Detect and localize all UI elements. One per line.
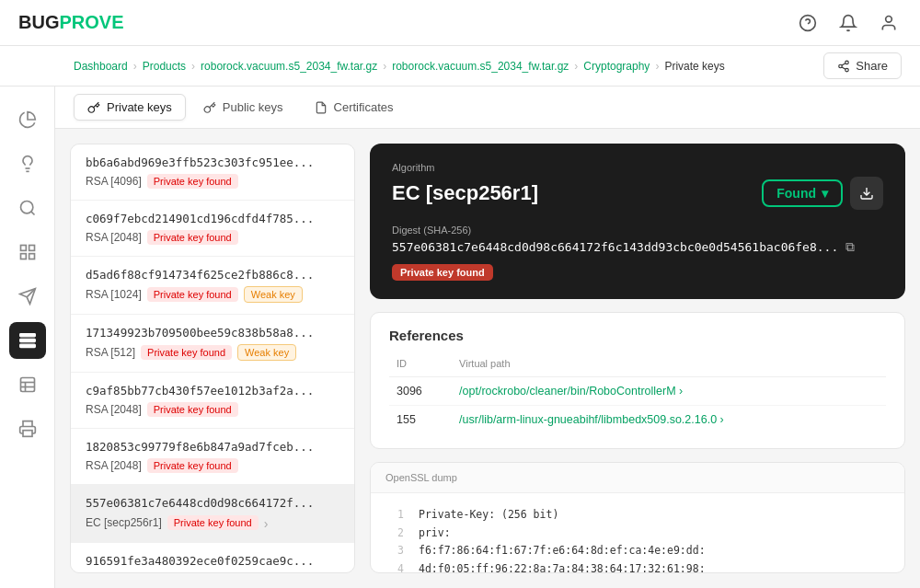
svg-point-10 [20,202,32,213]
tab-public-keys[interactable]: Public keys [190,94,297,121]
list-item[interactable]: c9af85bb77cb430f57ee1012b3af2a... RSA [2… [71,373,354,429]
weak-key-badge: Weak key [237,344,296,361]
algo-actions: Found ▾ [762,177,883,210]
svg-point-5 [845,68,849,72]
line-content: priv: [419,525,451,543]
logo-prove: PROVE [59,12,123,32]
algorithm-title: EC [secp256r1] Found ▾ [392,177,883,210]
svg-rect-13 [29,246,34,251]
header: BUGPROVE [0,0,920,46]
sidebar-item-data[interactable] [9,322,46,359]
svg-rect-21 [20,378,34,392]
svg-rect-20 [19,344,35,347]
breadcrumb-current: Private keys [664,60,724,73]
key-meta: RSA [2048] Private key found [86,402,339,417]
key-type: RSA [512] [86,346,135,359]
list-item[interactable]: c069f7ebcd214901cd196cdfd4f785... RSA [2… [71,201,354,257]
sidebar-item-print[interactable] [9,410,46,447]
bell-icon[interactable] [835,10,861,36]
private-key-found-badge: Private key found [147,230,238,245]
tab-certificates[interactable]: Certificates [301,94,408,121]
svg-line-6 [842,66,845,68]
private-key-found-badge: Private key found [147,458,238,473]
sidebar-item-lightbulb[interactable] [9,145,46,182]
algorithm-card: Algorithm EC [secp256r1] Found ▾ [370,144,905,299]
sidebar-item-chart[interactable] [9,101,46,138]
breadcrumb-bar: Dashboard › Products › roborock.vacuum.s… [0,46,920,86]
svg-point-2 [886,16,892,22]
key-meta: RSA [2048] Private key found [86,230,339,245]
chevron-down-icon: ▾ [822,186,828,201]
key-type: RSA [2048] [86,403,142,416]
download-button[interactable] [850,177,883,210]
copy-icon[interactable]: ⧉ [845,239,855,255]
digest-value: 557e06381c7e6448cd0d98c664172f6c143dd93c… [392,239,883,255]
private-key-found-badge: Private key found [147,287,238,302]
breadcrumb-fw2[interactable]: roborock.vacuum.s5_2034_fw.tar.gz [392,60,569,73]
found-badge[interactable]: Found ▾ [762,179,843,207]
sidebar-item-search[interactable] [9,190,46,226]
key-meta: RSA [512] Private key foundWeak key [86,344,339,361]
breadcrumb-cryptography[interactable]: Cryptography [583,60,650,73]
tabs-bar: Private keys Public keys Certificates [55,86,920,129]
refs-col-id: ID [389,354,452,377]
help-icon[interactable] [795,10,821,36]
line-number: 3 [385,542,404,560]
user-icon[interactable] [876,10,902,36]
key-type: RSA [2048] [86,459,142,472]
private-key-badge: Private key found [392,264,493,281]
key-hash: 171349923b709500bee59c838b58a8... [86,326,339,340]
list-item[interactable]: d5ad6f88cf914734f625ce2fb886c8... RSA [1… [71,257,354,315]
key-type: RSA [2048] [86,231,142,244]
openssl-dump-card: OpenSSL dump 1 Private-Key: (256 bit) 2 … [370,462,905,573]
svg-rect-25 [23,431,32,437]
private-key-found-badge: Private key found [147,174,238,189]
dump-line: 2 priv: [385,525,890,543]
weak-key-badge: Weak key [244,286,303,303]
key-hash: 916591fe3a480392ece0f0259cae9c... [86,554,339,568]
line-content: Private-Key: (256 bit) [419,506,558,525]
line-number: 4 [385,560,404,573]
share-button[interactable]: Share [823,52,902,79]
openssl-label: OpenSSL dump [371,463,904,493]
sidebar [0,86,55,588]
sidebar-item-send[interactable] [9,278,46,315]
table-row: 3096 /opt/rockrobo/cleaner/bin/RoboContr… [389,377,886,406]
algorithm-label: Algorithm [392,162,883,173]
key-type: RSA [4096] [86,175,142,188]
sidebar-item-grid[interactable] [9,234,46,271]
key-list-panel: bb6a6abd969e3ffb523c303fc951ee... RSA [4… [70,144,355,573]
breadcrumb-fw1[interactable]: roborock.vacuum.s5_2034_fw.tar.gz [201,60,377,73]
key-meta: RSA [4096] Private key found [86,174,339,189]
svg-point-4 [839,64,843,68]
references-title: References [389,328,886,343]
svg-rect-14 [20,254,26,259]
refs-col-path: Virtual path [452,354,886,377]
ref-path[interactable]: /opt/rockrobo/cleaner/bin/RoboController… [452,377,886,406]
breadcrumb-dashboard[interactable]: Dashboard [74,60,128,73]
ref-id: 155 [389,406,452,434]
algorithm-value: EC [secp256r1] [392,181,538,205]
svg-rect-18 [19,334,35,337]
key-meta: RSA [1024] Private key foundWeak key [86,286,339,303]
key-meta: EC [secp256r1] Private key found › [86,514,339,531]
logo: BUGPROVE [18,12,123,33]
sidebar-item-table[interactable] [9,366,46,403]
tab-private-keys[interactable]: Private keys [74,94,186,121]
references-card: References ID Virtual path 3096 /opt/roc… [370,312,905,449]
openssl-code: 1 Private-Key: (256 bit) 2 priv: 3 f6:f7… [371,493,904,573]
digest-label: Digest (SHA-256) [392,225,883,236]
key-meta: RSA [2048] Private key found [86,458,339,473]
list-item[interactable]: bb6a6abd969e3ffb523c303fc951ee... RSA [4… [71,144,354,201]
list-item[interactable]: 557e06381c7e6448cd0d98c664172f... EC [se… [71,485,354,543]
breadcrumb-products[interactable]: Products [143,60,186,73]
selected-arrow: › [264,514,269,531]
dump-line: 3 f6:f7:86:64:f1:67:7f:e6:64:8d:ef:ca:4e… [385,542,890,560]
list-item[interactable]: 916591fe3a480392ece0f0259cae9c... [71,543,354,573]
list-item[interactable]: 1820853c99779f8e6b847a9ad7fceb... RSA [2… [71,429,354,485]
line-content: 4d:f0:05:ff:96:22:8a:7a:84:38:64:17:32:6… [419,560,706,573]
key-hash: d5ad6f88cf914734f625ce2fb886c8... [86,268,339,282]
private-key-found-badge: Private key found [141,345,232,360]
list-item[interactable]: 171349923b709500bee59c838b58a8... RSA [5… [71,315,354,373]
ref-path[interactable]: /usr/lib/arm-linux-gnueabihf/libmbedx509… [452,406,886,434]
